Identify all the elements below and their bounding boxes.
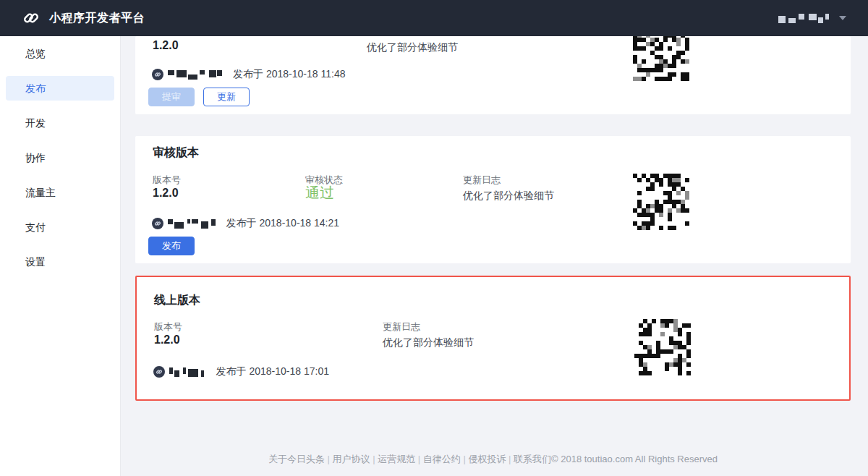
footer-links: 关于今日头条 | 用户协议 | 运营规范 | 自律公约 | 侵权投诉 | 联系我…: [268, 454, 718, 464]
footer-link-3[interactable]: 自律公约: [423, 454, 461, 464]
review-publish-meta: 发布于 2018-10-18 14:21: [152, 217, 339, 230]
log-label: 更新日志: [383, 320, 420, 333]
sidebar-item-2[interactable]: 开发: [6, 111, 114, 135]
footer-link-1[interactable]: 用户协议: [333, 454, 370, 464]
avatar: [153, 366, 165, 378]
avatar: [152, 218, 163, 229]
publish-time: 发布于 2018-10-18 14:21: [226, 217, 339, 230]
card-title: 审核版本: [153, 145, 199, 161]
qr-code: [633, 174, 689, 230]
online-publish-meta: 发布于 2018-10-18 17:01: [153, 365, 329, 378]
footer: 关于今日头条 | 用户协议 | 运营规范 | 自律公约 | 侵权投诉 | 联系我…: [135, 453, 851, 466]
footer-link-0[interactable]: 关于今日头条: [268, 454, 325, 464]
app-logo-icon: [22, 9, 41, 27]
version-label: 版本号: [154, 320, 182, 333]
online-version-number: 1.2.0: [154, 333, 180, 347]
chevron-down-icon: [839, 16, 846, 20]
sidebar-item-4[interactable]: 流量主: [6, 180, 114, 205]
review-version-number: 1.2.0: [153, 187, 179, 200]
footer-separator: |: [370, 454, 378, 464]
card-online-version: 线上版本 版本号 更新日志 1.2.0 优化了部分体验细节 发布于 2018-1…: [135, 276, 851, 401]
log-label: 更新日志: [463, 174, 501, 187]
avatar: [152, 69, 163, 80]
footer-link-5[interactable]: 联系我们: [514, 454, 551, 464]
publisher-name-redacted: [168, 219, 218, 229]
update-button[interactable]: 更新: [203, 88, 250, 106]
sidebar-menu: 总览发布开发协作流量主支付设置: [0, 36, 121, 476]
qr-code: [634, 319, 691, 375]
publish-time: 发布于 2018-10-18 17:01: [216, 365, 329, 378]
footer-separator: |: [415, 454, 423, 464]
footer-separator: |: [461, 454, 469, 464]
online-update-log: 优化了部分体验细节: [383, 336, 474, 349]
dev-version-number: 1.2.0: [153, 39, 179, 52]
footer-copyright: © 2018 toutiao.com All Rights Reserved: [551, 454, 718, 464]
dev-update-log: 优化了部分体验细节: [367, 41, 458, 54]
review-status-badge: 通过: [305, 183, 334, 203]
publisher-name-redacted: [168, 70, 224, 80]
sidebar-item-6[interactable]: 设置: [6, 250, 114, 274]
main-content: 1.2.0 优化了部分体验细节 发布于 2018-10-18 11:48 提审 …: [121, 36, 868, 476]
publish-button[interactable]: 发布: [148, 237, 195, 255]
card-dev-version: 1.2.0 优化了部分体验细节 发布于 2018-10-18 11:48 提审 …: [135, 36, 851, 114]
submit-review-button[interactable]: 提审: [148, 88, 195, 106]
version-label: 版本号: [153, 174, 181, 187]
footer-separator: |: [325, 454, 333, 464]
dev-publish-meta: 发布于 2018-10-18 11:48: [152, 68, 345, 81]
review-update-log: 优化了部分体验细节: [463, 190, 554, 203]
sidebar-item-3[interactable]: 协作: [6, 145, 114, 170]
top-navbar: 小程序开发者平台: [0, 0, 868, 36]
qr-code: [633, 36, 689, 81]
publish-time: 发布于 2018-10-18 11:48: [233, 68, 345, 81]
username-redacted: [778, 14, 832, 23]
sidebar-item-0[interactable]: 总览: [6, 41, 114, 66]
footer-link-2[interactable]: 运营规范: [378, 454, 415, 464]
app-title: 小程序开发者平台: [49, 11, 145, 26]
card-review-version: 审核版本 版本号 审核状态 更新日志 1.2.0 通过 优化了部分体验细节 发布…: [135, 136, 851, 263]
footer-separator: |: [506, 454, 514, 464]
footer-link-4[interactable]: 侵权投诉: [468, 454, 506, 464]
user-menu[interactable]: [778, 14, 846, 23]
card-title: 线上版本: [154, 293, 200, 308]
publisher-name-redacted: [169, 367, 208, 377]
sidebar-item-5[interactable]: 支付: [6, 215, 114, 239]
sidebar-item-1[interactable]: 发布: [6, 76, 114, 101]
